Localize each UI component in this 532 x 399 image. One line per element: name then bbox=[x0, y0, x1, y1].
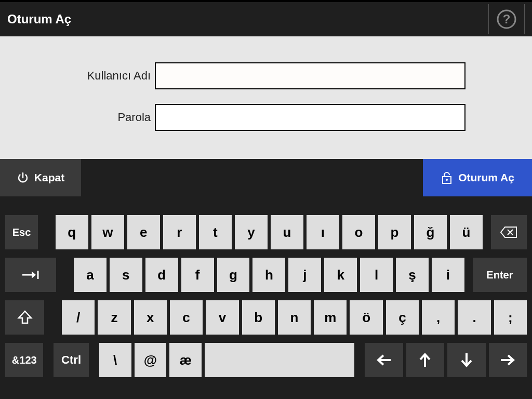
key-ae[interactable]: æ bbox=[169, 343, 202, 377]
key-l[interactable]: l bbox=[360, 258, 393, 292]
spacer bbox=[81, 159, 423, 196]
key-s[interactable]: s bbox=[110, 258, 142, 292]
password-label: Parola bbox=[0, 111, 155, 124]
key-arrow-left[interactable] bbox=[365, 343, 403, 377]
key-x[interactable]: x bbox=[134, 300, 167, 335]
key-space[interactable] bbox=[205, 343, 354, 377]
key-y[interactable]: y bbox=[235, 215, 268, 249]
key-o-umlaut[interactable]: ö bbox=[350, 300, 382, 335]
key-g-breve[interactable]: ğ bbox=[414, 215, 447, 249]
key-k[interactable]: k bbox=[324, 258, 357, 292]
login-label: Oturum Aç bbox=[458, 171, 514, 184]
keyboard-row-1: Esc q w e r t y u ı o p ğ ü bbox=[5, 215, 527, 249]
key-v[interactable]: v bbox=[206, 300, 238, 335]
username-field[interactable] bbox=[155, 62, 466, 89]
key-semicolon[interactable]: ; bbox=[494, 300, 527, 335]
key-e[interactable]: e bbox=[127, 215, 160, 249]
action-bar: Kapat Oturum Aç bbox=[0, 159, 532, 196]
unlock-icon bbox=[441, 171, 453, 184]
backspace-icon bbox=[500, 226, 517, 238]
help-icon: ? bbox=[496, 9, 517, 30]
key-s-cedilla[interactable]: ş bbox=[396, 258, 429, 292]
key-backslash[interactable]: \ bbox=[99, 343, 131, 377]
key-i[interactable]: i bbox=[432, 258, 464, 292]
key-u[interactable]: u bbox=[271, 215, 303, 249]
key-at[interactable]: @ bbox=[135, 343, 167, 377]
key-m[interactable]: m bbox=[314, 300, 347, 335]
key-r[interactable]: r bbox=[163, 215, 196, 249]
key-arrow-down[interactable] bbox=[447, 343, 485, 377]
shift-icon bbox=[17, 310, 33, 325]
help-zone: ? bbox=[488, 2, 525, 36]
key-period[interactable]: . bbox=[458, 300, 490, 335]
help-button[interactable]: ? bbox=[496, 9, 517, 30]
key-arrow-right[interactable] bbox=[489, 343, 527, 377]
title-bar: Oturum Aç ? bbox=[0, 0, 532, 36]
key-enter[interactable]: Enter bbox=[473, 258, 527, 292]
key-dotless-i[interactable]: ı bbox=[307, 215, 339, 249]
page-title: Oturum Aç bbox=[7, 12, 71, 26]
key-u-umlaut[interactable]: ü bbox=[450, 215, 483, 249]
login-form: Kullanıcı Adı Parola bbox=[0, 36, 532, 159]
key-numsym[interactable]: &123 bbox=[5, 343, 43, 377]
key-w[interactable]: w bbox=[91, 215, 124, 249]
key-comma[interactable]: , bbox=[422, 300, 455, 335]
keyboard-row-4: &123 Ctrl \ @ æ bbox=[5, 343, 527, 377]
key-shift[interactable] bbox=[5, 300, 44, 335]
key-arrow-up[interactable] bbox=[406, 343, 444, 377]
key-slash[interactable]: / bbox=[62, 300, 95, 335]
login-button[interactable]: Oturum Aç bbox=[423, 159, 532, 196]
keyboard-row-2: a s d f g h j k l ş i Enter bbox=[5, 258, 527, 292]
key-c-cedilla[interactable]: ç bbox=[386, 300, 419, 335]
username-label: Kullanıcı Adı bbox=[0, 69, 155, 83]
key-ctrl[interactable]: Ctrl bbox=[54, 343, 89, 377]
key-q[interactable]: q bbox=[56, 215, 88, 249]
username-row: Kullanıcı Adı bbox=[0, 62, 532, 89]
key-f[interactable]: f bbox=[181, 258, 214, 292]
divider bbox=[488, 4, 489, 34]
key-o[interactable]: o bbox=[342, 215, 375, 249]
key-g[interactable]: g bbox=[217, 258, 250, 292]
key-h[interactable]: h bbox=[252, 258, 285, 292]
key-t[interactable]: t bbox=[199, 215, 232, 249]
svg-point-3 bbox=[446, 179, 448, 181]
onscreen-keyboard: Esc q w e r t y u ı o p ğ ü a s d f g bbox=[0, 196, 532, 399]
power-icon bbox=[17, 171, 29, 184]
key-p[interactable]: p bbox=[378, 215, 411, 249]
keyboard-row-3: / z x c v b n m ö ç , . ; bbox=[5, 300, 527, 335]
key-n[interactable]: n bbox=[278, 300, 311, 335]
tab-icon bbox=[20, 270, 41, 280]
key-c[interactable]: c bbox=[170, 300, 203, 335]
arrow-down-icon bbox=[460, 352, 473, 368]
divider bbox=[524, 4, 525, 34]
arrow-up-icon bbox=[419, 352, 431, 368]
key-b[interactable]: b bbox=[242, 300, 275, 335]
key-z[interactable]: z bbox=[98, 300, 130, 335]
arrow-left-icon bbox=[376, 354, 392, 366]
svg-text:?: ? bbox=[503, 12, 511, 26]
password-field[interactable] bbox=[155, 104, 466, 131]
arrow-right-icon bbox=[500, 354, 515, 366]
key-tab[interactable] bbox=[5, 258, 56, 292]
password-row: Parola bbox=[0, 104, 532, 131]
key-esc[interactable]: Esc bbox=[5, 215, 38, 249]
key-d[interactable]: d bbox=[145, 258, 178, 292]
key-backspace[interactable] bbox=[491, 215, 527, 249]
close-label: Kapat bbox=[34, 171, 64, 184]
key-j[interactable]: j bbox=[288, 258, 321, 292]
close-button[interactable]: Kapat bbox=[0, 159, 81, 196]
key-a[interactable]: a bbox=[74, 258, 107, 292]
